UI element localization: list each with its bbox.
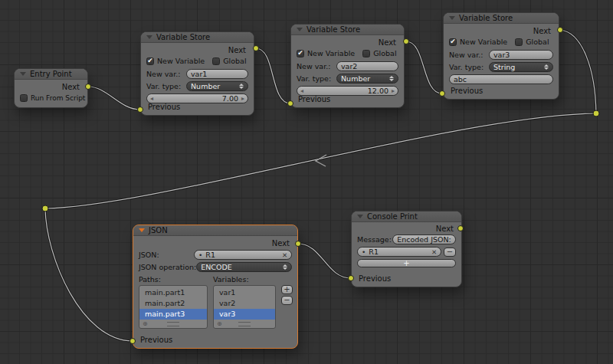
list-resize-grip[interactable] [167, 322, 179, 326]
wire-varstore2-to-varstore3 [406, 41, 442, 93]
socket-varstore3-next[interactable] [557, 27, 563, 33]
new-variable-checkbox[interactable]: ✔ [297, 50, 304, 57]
node-variable-store-1[interactable]: Variable Store Next ✔ New Variable Globa… [140, 31, 254, 116]
list-resize-grip[interactable] [238, 322, 251, 326]
json-label: JSON: [139, 251, 194, 259]
list-item[interactable]: main.part1 [139, 287, 207, 298]
new-variable-label: New Variable [460, 38, 507, 46]
clear-reference-icon[interactable]: ✕ [282, 251, 287, 259]
var-type-dropdown[interactable]: Number [336, 74, 398, 84]
new-var-label: New var.: [449, 51, 489, 59]
dropdown-arrows-icon [544, 64, 549, 70]
socket-json-next[interactable] [295, 241, 301, 247]
output-next-label: Next [272, 239, 290, 248]
list-item-selected[interactable]: main.part3 [139, 309, 207, 320]
list-item[interactable]: var2 [214, 298, 275, 309]
input-previous-label: Previous [148, 103, 180, 111]
variables-label: Variables: [213, 275, 276, 284]
var-type-label: Var. type: [146, 82, 186, 90]
json-operation-dropdown[interactable]: ENCODE [196, 262, 292, 272]
new-var-input[interactable]: var1 [186, 69, 248, 79]
collapse-triangle-icon[interactable] [146, 35, 152, 39]
socket-entry-point-next[interactable] [85, 84, 91, 90]
new-variable-checkbox[interactable]: ✔ [449, 38, 457, 46]
slider-right-arrow-icon[interactable]: ▸ [392, 88, 395, 94]
node-variable-store-2[interactable]: Variable Store Next ✔ New Variable Globa… [290, 24, 405, 108]
socket-json-previous[interactable] [129, 338, 136, 344]
node-header-variable-store-3[interactable]: Variable Store [444, 13, 559, 24]
node-header-console-print[interactable]: Console Print [352, 212, 461, 222]
collapse-triangle-icon[interactable] [357, 215, 363, 218]
checkmark-icon: ✔ [450, 38, 456, 45]
new-variable-checkbox[interactable]: ✔ [146, 57, 154, 65]
socket-varstore2-next[interactable] [403, 38, 409, 44]
collapse-triangle-icon[interactable] [449, 16, 455, 20]
clear-reference-icon[interactable]: ✕ [431, 248, 437, 256]
message-label: Message: [357, 235, 392, 244]
new-var-input[interactable]: var3 [489, 50, 553, 60]
var-type-label: Var. type: [449, 63, 489, 71]
var-type-label: Var. type: [297, 74, 336, 83]
socket-console-print-next[interactable] [457, 225, 464, 231]
node-header-json[interactable]: JSON [133, 225, 297, 236]
var-type-dropdown[interactable]: String [489, 62, 553, 72]
global-checkbox[interactable] [515, 38, 523, 46]
global-label: Global [526, 38, 549, 46]
node-title: Console Print [367, 212, 418, 221]
list-item[interactable]: main.part2 [139, 298, 207, 309]
list-item[interactable]: var1 [214, 287, 275, 298]
reroute-node-right[interactable] [593, 110, 600, 117]
json-operation-label: JSON operation: [139, 263, 196, 271]
wire-json-to-console-print [298, 244, 351, 278]
wire-reroute-right-to-reroute-left [45, 113, 596, 208]
message-input[interactable]: Encoded JSON: [392, 234, 456, 244]
dropdown-arrows-icon [283, 264, 287, 270]
node-variable-store-3[interactable]: Variable Store Next ✔ New Variable Globa… [443, 12, 559, 100]
list-add-icon[interactable]: ⊕ [143, 321, 148, 327]
node-header-variable-store-2[interactable]: Variable Store [291, 25, 404, 35]
new-var-input[interactable]: var2 [336, 61, 398, 71]
socket-varstore1-next[interactable] [253, 45, 259, 51]
add-item-button[interactable]: + [281, 285, 293, 294]
node-entry-point[interactable]: Entry Point Next Run From Script [14, 68, 88, 108]
socket-varstore2-previous[interactable] [287, 100, 293, 107]
global-checkbox[interactable] [362, 50, 370, 57]
output-next-label: Next [533, 27, 551, 35]
socket-console-print-previous[interactable] [348, 275, 354, 281]
list-add-icon[interactable]: ⊕ [217, 321, 222, 327]
wire-varstore1-to-varstore2 [256, 48, 290, 103]
socket-varstore3-previous[interactable] [439, 90, 445, 97]
add-message-button[interactable]: + [357, 259, 456, 267]
json-reference-field[interactable]: • R1 ✕ [357, 247, 441, 257]
json-reference-field[interactable]: • R1 ✕ [194, 250, 292, 260]
collapse-triangle-icon[interactable] [297, 28, 303, 31]
node-ref-dot-icon: • [198, 251, 202, 259]
wire-reroute-left-to-json [45, 208, 133, 341]
remove-message-button[interactable]: − [444, 248, 456, 257]
list-item-selected[interactable]: var3 [214, 309, 275, 320]
input-previous-label: Previous [140, 336, 172, 344]
variables-list[interactable]: var1 var2 var3 ⊕ [213, 285, 276, 329]
node-header-entry-point[interactable]: Entry Point [15, 69, 87, 80]
socket-varstore1-previous[interactable] [137, 107, 143, 113]
var-type-dropdown[interactable]: Number [186, 81, 248, 91]
new-var-label: New var.: [146, 70, 186, 78]
slider-right-arrow-icon[interactable]: ▸ [241, 96, 244, 102]
node-header-variable-store-1[interactable]: Variable Store [141, 32, 254, 43]
collapse-triangle-icon[interactable] [20, 72, 26, 76]
reroute-node-left[interactable] [42, 205, 49, 212]
node-title: Variable Store [306, 25, 360, 34]
node-editor-canvas[interactable]: Entry Point Next Run From Script Variabl… [0, 0, 613, 364]
node-console-print[interactable]: Console Print Next Message: Encoded JSON… [351, 211, 462, 287]
input-previous-label: Previous [451, 87, 483, 95]
run-from-script-checkbox[interactable] [20, 94, 28, 102]
paths-list[interactable]: main.part1 main.part2 main.part3 ⊕ [139, 285, 208, 329]
run-from-script-label: Run From Script [31, 94, 85, 102]
node-json[interactable]: JSON Next JSON: • R1 ✕ JSON operation: E… [133, 225, 298, 349]
dropdown-arrows-icon [389, 76, 394, 81]
wire-varstore3-to-reroute-right [560, 30, 596, 113]
global-checkbox[interactable] [212, 57, 220, 65]
collapse-triangle-icon[interactable] [139, 228, 145, 232]
remove-item-button[interactable]: − [281, 296, 293, 305]
global-label: Global [223, 57, 246, 65]
